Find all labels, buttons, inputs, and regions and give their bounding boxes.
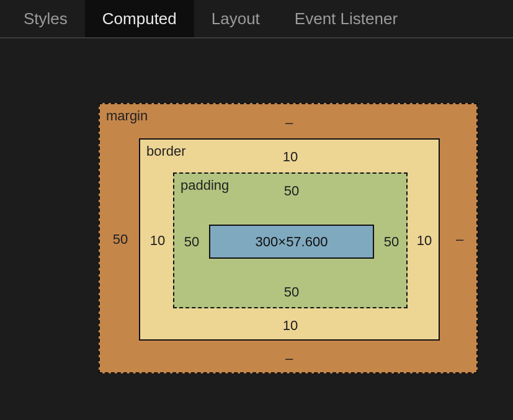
padding-right[interactable]: 50 (384, 234, 399, 250)
border-layer[interactable]: border 10 10 10 10 padding 50 50 50 50 3… (139, 138, 440, 341)
border-label: border (146, 143, 186, 159)
margin-label: margin (106, 108, 148, 124)
margin-bottom[interactable]: – (285, 351, 293, 367)
padding-bottom[interactable]: 50 (284, 284, 299, 300)
tab-computed[interactable]: Computed (85, 0, 194, 37)
tab-styles[interactable]: Styles (6, 0, 85, 37)
devtools-tabbar: Styles Computed Layout Event Listener (0, 0, 513, 38)
margin-right[interactable]: – (456, 231, 463, 248)
computed-panel: margin – – – 50 border 10 10 10 10 paddi… (0, 38, 513, 420)
content-dimensions[interactable]: 300×57.600 (256, 234, 328, 250)
padding-top[interactable]: 50 (284, 183, 299, 199)
tab-layout[interactable]: Layout (194, 0, 277, 37)
border-top[interactable]: 10 (283, 149, 298, 165)
border-bottom[interactable]: 10 (283, 318, 298, 334)
padding-layer[interactable]: padding 50 50 50 50 300×57.600 (173, 172, 408, 308)
margin-top[interactable]: – (285, 115, 293, 131)
padding-label: padding (181, 177, 229, 194)
border-left[interactable]: 10 (150, 233, 165, 249)
margin-left[interactable]: 50 (113, 231, 128, 248)
tab-event-listeners[interactable]: Event Listener (277, 0, 415, 37)
margin-layer[interactable]: margin – – – 50 border 10 10 10 10 paddi… (99, 103, 478, 373)
content-layer[interactable]: 300×57.600 (209, 225, 374, 259)
box-model-diagram: margin – – – 50 border 10 10 10 10 paddi… (99, 103, 478, 373)
padding-left[interactable]: 50 (184, 234, 199, 250)
border-right[interactable]: 10 (417, 233, 432, 249)
